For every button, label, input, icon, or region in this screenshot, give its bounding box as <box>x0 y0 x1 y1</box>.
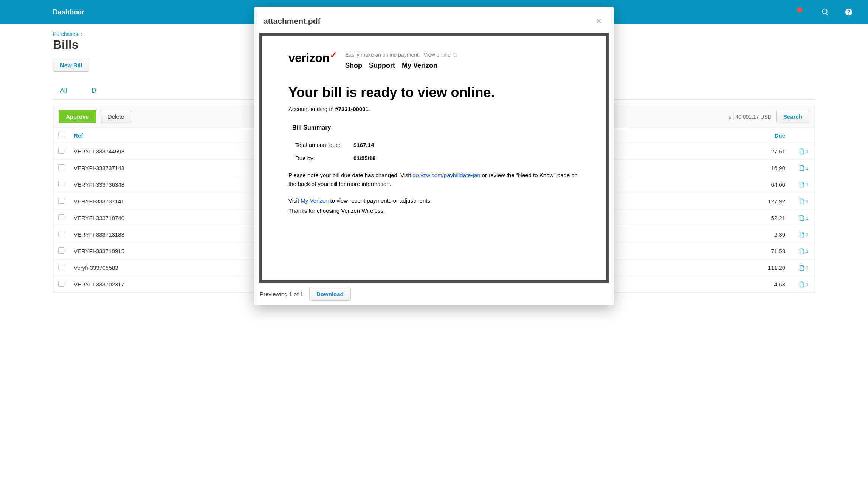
cell-attachment[interactable]: 1 <box>792 193 815 210</box>
cell-attachment[interactable]: 1 <box>792 176 815 193</box>
pdf-summary-heading: Bill Summary <box>292 124 580 131</box>
pdf-total-due: Total amount due: $167.14 <box>295 142 580 148</box>
row-checkbox[interactable] <box>58 148 64 154</box>
row-checkbox[interactable] <box>58 231 64 237</box>
row-checkbox[interactable] <box>58 281 64 287</box>
pdf-nav-my-verizon[interactable]: My Verizon <box>402 62 437 70</box>
delete-button[interactable]: Delete <box>101 110 131 123</box>
totals-text: s | 40,601.17 USD <box>728 114 772 120</box>
pdf-nav-support[interactable]: Support <box>369 62 395 70</box>
help-icon[interactable] <box>845 8 853 16</box>
pdf-headline: Your bill is ready to view online. <box>288 85 580 101</box>
pdf-preview: verizon✓ Easily make an online payment. … <box>259 33 609 283</box>
cell-attachment[interactable]: 1 <box>792 260 815 276</box>
download-button[interactable]: Download <box>309 288 351 293</box>
row-checkbox[interactable] <box>58 264 64 270</box>
new-bill-button[interactable]: New Bill <box>53 59 89 72</box>
close-icon[interactable]: × <box>593 14 604 28</box>
cell-attachment[interactable]: 1 <box>792 276 815 293</box>
row-checkbox[interactable] <box>58 214 64 220</box>
pdf-account-line: Account ending in #7231-00001. <box>288 106 580 112</box>
tab-all[interactable]: All <box>53 83 74 99</box>
pdf-nav: Shop Support My Verizon <box>345 62 457 70</box>
search-button[interactable]: Search <box>776 110 809 123</box>
approve-button[interactable]: Approve <box>59 110 96 123</box>
attachment-modal: attachment.pdf × verizon✓ Easily make an… <box>254 7 614 293</box>
verizon-logo: verizon✓ <box>288 51 337 65</box>
pdf-visit-line: Visit My Verizon to view recent payments… <box>288 197 580 204</box>
cell-attachment[interactable]: 1 <box>792 226 815 243</box>
cell-attachment[interactable]: 1 <box>792 143 815 160</box>
row-checkbox[interactable] <box>58 164 64 170</box>
cell-attachment[interactable]: 1 <box>792 210 815 226</box>
pdf-my-verizon-link[interactable]: My Verizon <box>301 197 329 204</box>
row-checkbox[interactable] <box>58 181 64 187</box>
external-link-icon: ❐ <box>453 53 457 57</box>
pdf-note-link[interactable]: go.vzw.com/paybilldate-jan <box>412 172 480 178</box>
pdf-thanks: Thanks for choosing Verizon Wireless. <box>288 207 580 214</box>
notification-dot[interactable] <box>797 7 802 12</box>
pdf-nav-shop[interactable]: Shop <box>345 62 362 70</box>
nav-dashboard[interactable]: Dashboar <box>53 8 84 16</box>
pdf-tagline: Easily make an online payment. View onli… <box>345 52 457 58</box>
checkmark-icon: ✓ <box>330 50 337 60</box>
view-online-link[interactable]: View online <box>424 52 451 58</box>
pdf-note: Please note your bill due date has chang… <box>288 171 580 188</box>
preview-count: Previewing 1 of 1 <box>260 291 303 293</box>
tab-second[interactable]: D <box>85 83 104 99</box>
row-checkbox[interactable] <box>58 247 64 254</box>
pdf-due-by: Due by: 01/25/18 <box>295 155 580 161</box>
breadcrumb-separator: › <box>81 31 83 37</box>
select-all-checkbox[interactable] <box>58 132 64 138</box>
cell-attachment[interactable]: 1 <box>792 160 815 176</box>
row-checkbox[interactable] <box>58 198 64 204</box>
cell-attachment[interactable]: 1 <box>792 243 815 260</box>
breadcrumb-purchases[interactable]: Purchases <box>53 31 78 37</box>
search-icon[interactable] <box>821 8 829 16</box>
modal-title: attachment.pdf <box>264 17 321 26</box>
